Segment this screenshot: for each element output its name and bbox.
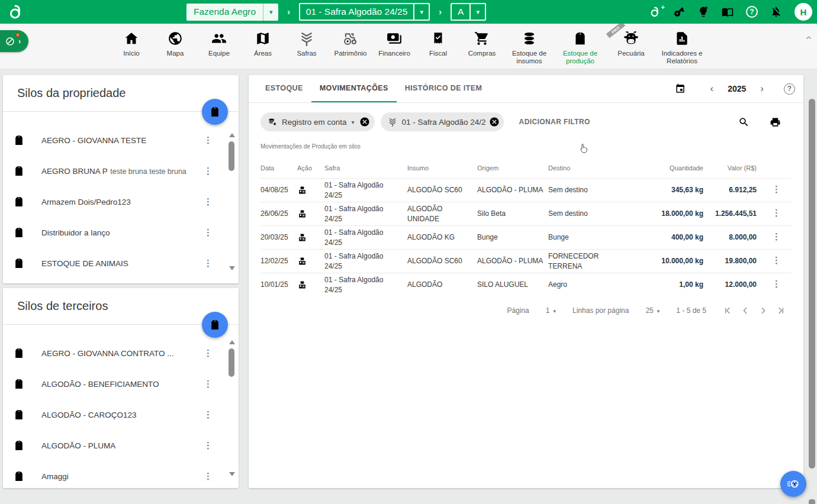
rows-per-page-select[interactable]: 25▾ [645,306,660,315]
scroll-thumb[interactable] [229,141,234,171]
silo-list-item[interactable]: ALGODÃO - PLUMA ⋮ [3,430,239,461]
add-third-silo-button[interactable] [202,312,228,338]
silo-menu-button[interactable]: ⋮ [204,228,213,237]
knowledge-book-icon[interactable] [722,6,734,18]
silo-menu-button[interactable]: ⋮ [204,441,213,450]
nav-item-safras[interactable]: Safras [285,24,329,69]
add-silo-button[interactable] [202,99,228,125]
nav-item-compras[interactable]: Compras [460,24,504,69]
table-row[interactable]: 20/03/25 01 - Safra Algodão 24/25 ALGODÃ… [260,225,792,249]
aegro-plus-button[interactable]: + [649,6,661,18]
nav-item-equipe[interactable]: Equipe [197,24,241,69]
filter-chip-safra[interactable]: 01 - Safra Algodão 24/2 [381,112,504,131]
help-icon[interactable]: ? [746,6,758,18]
print-icon[interactable] [770,117,781,128]
chevron-down-icon[interactable]: ▾ [269,8,273,16]
chevron-down-icon[interactable]: ▾ [420,8,424,16]
nav-item-estoque-producao[interactable]: Estoque de produção [555,24,606,69]
scroll-up-icon[interactable] [229,340,235,344]
nav-item-indicadores[interactable]: Indicadores e Relatórios [657,24,707,69]
last-page-button[interactable] [776,306,786,315]
nav-item-areas[interactable]: Áreas [241,24,285,69]
first-page-button[interactable] [723,306,732,315]
silo-list-item[interactable]: ALGODÃO - BENEFICIAMENTO ⋮ [3,369,239,399]
page-value: 1 [546,306,550,315]
user-avatar[interactable]: H [795,3,812,21]
silo-list-item[interactable]: Distribuidor a lanço ⋮ [3,217,239,248]
chevron-down-icon[interactable]: ▾ [352,119,355,125]
help-icon[interactable]: ? [784,83,795,95]
scroll-thumb-fragment [809,499,815,504]
silo-menu-button[interactable]: ⋮ [204,411,213,419]
previous-page-button[interactable] [741,306,750,315]
scroll-down-icon[interactable] [229,472,235,476]
remove-filter-icon[interactable] [489,117,500,127]
silo-list-item[interactable]: ESTOQUE DE ANIMAIS ⋮ [3,248,239,279]
scroll-up-icon[interactable] [229,133,235,137]
silo-list-item[interactable]: Amaggi ⋮ [3,461,239,492]
nav-item-mapa[interactable]: Mapa [153,24,197,69]
scroll-thumb[interactable] [809,99,815,469]
silo-menu-button[interactable]: ⋮ [204,167,213,175]
table-row[interactable]: 26/06/25 01 - Safra Algodão 24/25 ALGODÃ… [260,202,792,225]
calendar-icon[interactable] [675,83,686,94]
search-icon[interactable] [738,117,750,128]
silo-list-item[interactable]: AEGRO - GIOVANNA CONTRATO ... ⋮ [3,338,239,369]
chevron-down-icon[interactable]: ▾ [477,8,480,16]
nav-item-inicio[interactable]: Início [110,24,153,69]
tab-estoque[interactable]: ESTOQUE [257,75,311,102]
silo-menu-button[interactable]: ⋮ [204,380,213,388]
key-icon[interactable] [673,6,685,18]
table-row[interactable]: 10/01/25 01 - Safra Algodão 24/25 ALGODÃ… [260,273,792,296]
nav-item-fiscal[interactable]: Fiscal [416,24,460,69]
row-menu-button[interactable]: ⋮ [772,279,781,289]
page-select[interactable]: 1▾ [546,306,556,315]
previous-year-button[interactable]: ‹ [700,83,725,95]
nav-item-financeiro[interactable]: Financeiro [372,24,416,69]
cell-insumo: ALGODÃO KG [407,232,477,242]
sub-selector[interactable]: A ▾ [451,3,486,21]
silo-list-item[interactable]: AEGRO - GIOVANNA TESTE ⋮ [3,125,239,156]
silo-icon [13,257,25,269]
add-filter-button[interactable]: ADICIONAR FILTRO [519,118,590,126]
tab-movimentacoes[interactable]: MOVIMENTAÇÕES [311,75,397,102]
third-silos-scrollbar[interactable] [228,335,236,481]
collapse-nav-button[interactable] [805,34,812,41]
row-menu-button[interactable]: ⋮ [772,184,781,194]
filter-chip-registro[interactable]: Registro em conta ▾ [260,112,375,131]
table-row[interactable]: 04/08/25 01 - Safra Algodão 24/25 ALGODÃ… [260,178,792,202]
scroll-thumb[interactable] [229,348,234,377]
page-scrollbar[interactable] [808,74,816,504]
nav-item-pecuaria[interactable]: PRO Pecuária [606,24,657,69]
nav-item-patrimonio[interactable]: Patrimônio [329,24,372,69]
farm-selector[interactable]: Fazenda Aegro ▾ [186,4,278,21]
nav-label: Financeiro [378,50,410,57]
notifications-off-icon[interactable] [770,6,782,18]
next-year-button[interactable]: › [750,83,774,95]
remove-filter-icon[interactable] [359,117,370,127]
scroll-down-icon[interactable] [229,266,235,270]
breadcrumb-chevron-icon: › [439,7,442,17]
cell-quantidade: 18.000,00 kg [625,209,708,218]
row-menu-button[interactable]: ⋮ [772,255,781,265]
silo-list-item[interactable]: AEGRO BRUNA P teste bruna teste bruna ⋮ [3,156,239,186]
own-silos-scrollbar[interactable] [228,128,236,275]
silo-menu-button[interactable]: ⋮ [204,198,213,206]
tab-historico-item[interactable]: HISTÓRICO DE ITEM [397,75,490,102]
silo-menu-button[interactable]: ⋮ [204,349,213,357]
col-destino: Destino [548,164,625,172]
next-page-button[interactable] [758,306,768,315]
quick-actions-fab[interactable] [780,471,806,497]
silo-menu-button[interactable]: ⋮ [204,259,213,267]
feedback-drawer-tab[interactable]: › [0,30,28,52]
nav-item-estoque-insumos[interactable]: Estoque de insumos [504,24,555,69]
silo-menu-button[interactable]: ⋮ [204,136,213,144]
row-menu-button[interactable]: ⋮ [772,231,781,241]
silo-list-item[interactable]: ALGODÃO - CAROÇO123 ⋮ [3,399,239,430]
idea-lightbulb-icon[interactable] [697,6,709,18]
row-menu-button[interactable]: ⋮ [772,208,781,218]
silo-list-item[interactable]: Armazem Dois/Pedro123 ⋮ [3,186,239,217]
table-row[interactable]: 12/02/25 01 - Safra Algodão 24/25 ALGODÃ… [260,249,792,273]
silo-menu-button[interactable]: ⋮ [204,472,213,480]
safra-selector[interactable]: 01 - Safra Algodão 24/25 ▾ [299,3,430,21]
